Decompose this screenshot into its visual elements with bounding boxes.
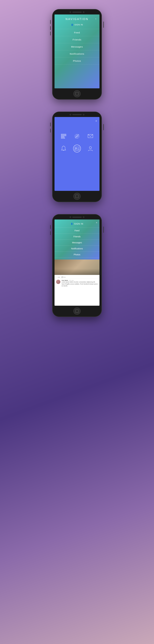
sensor-3 — [83, 216, 84, 218]
front-camera-2 — [70, 114, 71, 116]
close-icon[interactable]: × — [95, 120, 97, 123]
photos-icon — [74, 146, 80, 152]
nav-panel-3: × 👤 SIGN IN Feed Friends Messages Notifi… — [54, 220, 100, 260]
nav-item-notifications[interactable]: Notifications — [54, 50, 100, 58]
comment-avatar — [56, 280, 60, 284]
nav-item-3-notifications[interactable]: Notifications — [54, 246, 100, 252]
nav-item-feed[interactable]: Feed — [54, 29, 100, 36]
likes-stat: ♡ 199 — [56, 276, 60, 278]
volume-up-button-2[interactable] — [50, 122, 51, 126]
nav-item-messages[interactable]: Messages — [54, 43, 100, 50]
power-button-2[interactable] — [103, 124, 104, 130]
screen-3: × 👤 SIGN IN Feed Friends Messages Notifi… — [54, 220, 100, 306]
volume-up-button[interactable] — [50, 20, 51, 24]
comment-username: User Name — [62, 280, 68, 281]
earpiece-3 — [72, 217, 82, 218]
phone-bottom-3 — [54, 306, 100, 314]
settings-icon-item[interactable] — [73, 132, 81, 140]
mute-button[interactable] — [50, 32, 51, 36]
content-area-3: ♡ 199 💬 311 User Name 10m ago — [54, 260, 100, 306]
settings-icon — [74, 133, 80, 139]
svg-rect-1 — [61, 135, 66, 136]
sign-in-link[interactable]: SIGN IN — [54, 22, 100, 29]
home-button-2[interactable] — [74, 193, 80, 200]
phone-top-bar — [54, 12, 100, 14]
stats-row: ♡ 199 💬 311 — [56, 276, 98, 278]
sensor — [83, 12, 84, 13]
sensor-2 — [83, 114, 84, 116]
screen-1: NAVIGATION ↑ SIGN IN Feed Friends Messag… — [54, 14, 100, 88]
svg-rect-12 — [75, 147, 79, 150]
screen-2: × — [54, 117, 100, 191]
comment-text: Lorem ipsum dolor sit amet, consectetur … — [62, 281, 98, 287]
up-arrow-icon[interactable]: ↑ — [95, 18, 96, 20]
svg-rect-3 — [61, 138, 65, 138]
profile-icon — [87, 146, 94, 152]
svg-rect-0 — [61, 134, 66, 135]
nav-title: NAVIGATION — [66, 18, 88, 21]
nav-item-friends[interactable]: Friends — [54, 36, 100, 43]
phone-2: × — [52, 112, 102, 202]
nav-item-photos[interactable]: Photos — [54, 58, 100, 64]
content-body: ♡ 199 💬 311 User Name 10m ago — [54, 275, 100, 289]
notifications-icon-item[interactable] — [60, 145, 68, 152]
comment-content: User Name 10m ago Lorem ipsum dolor sit … — [62, 280, 98, 287]
messages-icon — [87, 133, 94, 139]
power-button[interactable] — [103, 22, 104, 28]
phone-bottom-2 — [54, 191, 100, 200]
comment-meta: User Name 10m ago — [62, 280, 98, 281]
comment-time: 10m ago — [69, 280, 74, 281]
phone-bottom — [54, 88, 100, 97]
nav-item-3-photos[interactable]: Photos — [54, 252, 100, 258]
front-camera-3 — [70, 216, 71, 218]
sign-in-link-3[interactable]: 👤 SIGN IN — [54, 220, 100, 228]
volume-up-button-3[interactable] — [50, 225, 51, 229]
profile-icon-item[interactable] — [86, 145, 94, 152]
nav-menu-list: Feed Friends Messages Notifications Phot… — [54, 29, 100, 88]
comment-item: User Name 10m ago Lorem ipsum dolor sit … — [56, 278, 98, 288]
phone-1: NAVIGATION ↑ SIGN IN Feed Friends Messag… — [52, 9, 102, 100]
volume-down-button-3[interactable] — [50, 231, 51, 235]
home-button[interactable] — [74, 90, 80, 97]
volume-down-button[interactable] — [50, 26, 51, 30]
volume-down-button-2[interactable] — [50, 129, 51, 132]
nav-menu-3: Feed Friends Messages Notifications Phot… — [54, 228, 100, 258]
likes-count: 199 — [58, 276, 60, 278]
messages-icon-item[interactable] — [86, 132, 94, 140]
power-button-3[interactable] — [103, 226, 104, 233]
icon-grid — [54, 123, 100, 157]
phone-top-bar-2 — [54, 114, 100, 117]
nav-item-3-friends[interactable]: Friends — [54, 234, 100, 240]
svg-point-14 — [89, 146, 92, 149]
earpiece-2 — [72, 114, 82, 115]
front-camera — [70, 12, 71, 13]
comments-count: 311 — [64, 276, 66, 278]
svg-rect-2 — [61, 136, 64, 137]
home-button-3[interactable] — [74, 308, 80, 314]
phone-top-bar-3 — [54, 216, 100, 220]
nav-item-3-messages[interactable]: Messages — [54, 240, 100, 246]
notifications-icon — [60, 146, 67, 152]
banner-overlay — [54, 269, 100, 275]
feed-icon — [60, 133, 67, 139]
phone-3: × 👤 SIGN IN Feed Friends Messages Notifi… — [52, 214, 102, 317]
nav-item-3-feed[interactable]: Feed — [54, 228, 100, 234]
comment-icon: 💬 — [62, 276, 63, 278]
profile-banner — [54, 260, 100, 275]
feed-icon-item[interactable] — [60, 132, 68, 140]
comments-stat: 💬 311 — [62, 276, 66, 278]
nav-title-bar: NAVIGATION ↑ — [54, 14, 100, 22]
photos-icon-item[interactable] — [73, 145, 81, 152]
navigation-panel: NAVIGATION ↑ SIGN IN Feed Friends Messag… — [54, 14, 100, 88]
close-icon-3[interactable]: × — [96, 221, 97, 224]
svg-line-4 — [75, 134, 79, 138]
earpiece — [72, 12, 82, 12]
like-icon: ♡ — [56, 276, 57, 278]
